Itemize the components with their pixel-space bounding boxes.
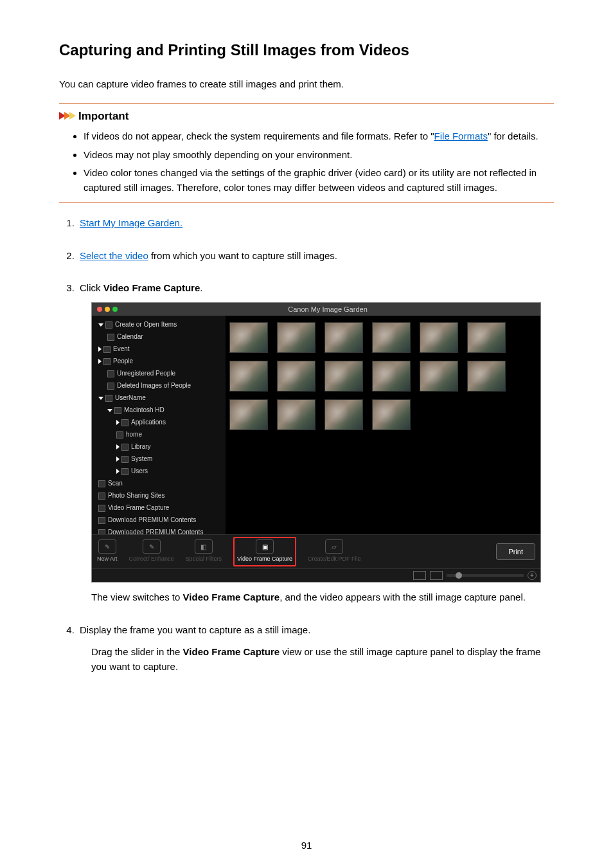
zoom-plus-icon[interactable]: + <box>528 571 537 580</box>
callout-item: Video color tones changed via the settin… <box>84 166 554 195</box>
intro-paragraph: You can capture video frames to create s… <box>59 77 554 92</box>
sidebar-item-label: Users <box>131 467 148 475</box>
important-callout: Important If videos do not appear, check… <box>59 104 554 204</box>
page: Capturing and Printing Still Images from… <box>0 0 613 868</box>
status-bar: + <box>92 568 540 582</box>
minimize-icon[interactable] <box>105 307 110 312</box>
file-formats-link[interactable]: File Formats <box>434 131 488 141</box>
sidebar-item-macintosh[interactable]: Macintosh HD <box>98 404 226 416</box>
step-1: Start My Image Garden. <box>77 216 554 231</box>
close-icon[interactable] <box>97 307 102 312</box>
thumbnail[interactable] <box>324 322 363 353</box>
zoom-slider[interactable] <box>447 574 524 577</box>
thumbnail[interactable] <box>229 399 268 430</box>
sidebar-item-download-premium[interactable]: Download PREMIUM Contents <box>98 514 226 526</box>
callout-item-text: " for details. <box>488 131 538 141</box>
thumbnail[interactable] <box>277 399 315 430</box>
sidebar-item-downloaded-premium[interactable]: Downloaded PREMIUM Contents <box>98 526 226 534</box>
view-mode-icon[interactable] <box>430 571 443 580</box>
sidebar-item-library[interactable]: Library <box>98 440 226 453</box>
callout-list: If videos do not appear, check the syste… <box>59 129 554 195</box>
callout-item: Videos may not play smoothly depending o… <box>84 148 554 163</box>
zoom-icon[interactable] <box>112 307 118 312</box>
sidebar: Create or Open Items Calendar Event Peop… <box>92 316 226 534</box>
sidebar-item-people[interactable]: People <box>98 355 226 367</box>
sidebar-item-label: Event <box>113 345 130 352</box>
sidebar-item-label: Video Frame Capture <box>108 504 169 511</box>
toolbar-label: Special Filters <box>186 555 222 564</box>
step-4-body-text: Drag the slider in the <box>91 646 183 657</box>
thumbnail[interactable] <box>277 361 315 392</box>
sidebar-item-photo-sharing[interactable]: Photo Sharing Sites <box>98 489 226 502</box>
chevron-group-icon <box>59 112 75 120</box>
thumbnail[interactable] <box>372 361 411 392</box>
sidebar-item-system[interactable]: System <box>98 453 226 465</box>
step-3-result-text-post: , and the video appears with the still i… <box>280 592 526 602</box>
step-2-text: from which you want to capture still ima… <box>148 250 337 261</box>
view-mode-icon[interactable] <box>413 571 426 580</box>
new-art-icon: ✎ <box>98 539 116 554</box>
sidebar-item-label: Calendar <box>117 333 143 340</box>
main-content <box>226 316 540 534</box>
sidebar-item-scan[interactable]: Scan <box>98 477 226 489</box>
sidebar-item-home[interactable]: home <box>98 428 226 440</box>
thumbnail[interactable] <box>229 322 268 353</box>
sidebar-item-event[interactable]: Event <box>98 343 226 355</box>
toolbar-label: New Art <box>97 555 118 564</box>
sidebar-item-label: Library <box>131 443 151 450</box>
step-2: Select the video from which you want to … <box>77 249 554 264</box>
thumbnail[interactable] <box>372 322 411 353</box>
video-frame-capture-icon: ▣ <box>256 539 274 554</box>
thumbnail[interactable] <box>372 399 411 430</box>
start-garden-link[interactable]: Start My Image Garden. <box>80 217 182 228</box>
create-pdf-button: ▱ Create/Edit PDF File <box>308 539 361 564</box>
step-3-result: The view switches to Video Frame Capture… <box>91 590 554 605</box>
step-4-text: Display the frame you want to capture as… <box>80 624 310 635</box>
sidebar-item-label: Macintosh HD <box>124 406 164 413</box>
window-title: Canon My Image Garden <box>120 304 535 315</box>
thumbnail[interactable] <box>467 322 506 353</box>
step-3-result-text: The view switches to <box>91 592 183 602</box>
sidebar-item-calendar[interactable]: Calendar <box>98 330 226 343</box>
sidebar-item-deleted[interactable]: Deleted Images of People <box>98 379 226 392</box>
thumbnail[interactable] <box>229 361 268 392</box>
app-screenshot: Canon My Image Garden Create or Open Ite… <box>91 302 541 583</box>
zoom-knob-icon[interactable] <box>456 572 462 579</box>
sidebar-item-label: Download PREMIUM Contents <box>108 516 196 523</box>
step-3: Click Video Frame Capture. Canon My Imag… <box>77 281 554 605</box>
callout-item-text: If videos do not appear, check the syste… <box>84 131 434 141</box>
video-frame-capture-button[interactable]: ▣ Video Frame Capture <box>233 537 296 566</box>
thumbnail[interactable] <box>420 361 458 392</box>
page-number: 91 <box>0 838 613 853</box>
thumbnail[interactable] <box>324 361 363 392</box>
sidebar-item-create[interactable]: Create or Open Items <box>98 318 226 330</box>
step-3-text-post: . <box>200 282 202 293</box>
sidebar-item-unregistered[interactable]: Unregistered People <box>98 367 226 379</box>
step-3-text: Click <box>80 282 103 293</box>
correct-enhance-button: ✎ Correct/ Enhance <box>129 539 174 564</box>
sidebar-item-username[interactable]: UserName <box>98 392 226 404</box>
sidebar-item-label: People <box>113 357 133 365</box>
app-body: Create or Open Items Calendar Event Peop… <box>92 316 540 534</box>
sidebar-item-applications[interactable]: Applications <box>98 416 226 428</box>
new-art-button[interactable]: ✎ New Art <box>97 539 118 564</box>
thumbnail-grid <box>229 322 537 430</box>
thumbnail[interactable] <box>467 361 506 392</box>
callout-item-text: Videos may not play smoothly depending o… <box>84 149 352 160</box>
special-filters-icon: ◧ <box>195 539 213 554</box>
correct-enhance-icon: ✎ <box>143 539 161 554</box>
print-button[interactable]: Print <box>496 543 535 560</box>
sidebar-item-label: Create or Open Items <box>115 321 177 328</box>
sidebar-item-label: Scan <box>108 480 123 487</box>
thumbnail[interactable] <box>277 322 315 353</box>
sidebar-item-users[interactable]: Users <box>98 465 226 477</box>
toolbar-label: Create/Edit PDF File <box>308 555 361 564</box>
steps-list: Start My Image Garden. Select the video … <box>59 216 554 674</box>
sidebar-item-video-frame-capture[interactable]: Video Frame Capture <box>98 502 226 514</box>
thumbnail[interactable] <box>420 322 458 353</box>
thumbnail[interactable] <box>324 399 363 430</box>
sidebar-item-label: System <box>131 455 152 462</box>
sidebar-item-label: Photo Sharing Sites <box>108 492 164 499</box>
select-video-link[interactable]: Select the video <box>80 250 148 261</box>
sidebar-item-label: UserName <box>115 394 146 401</box>
